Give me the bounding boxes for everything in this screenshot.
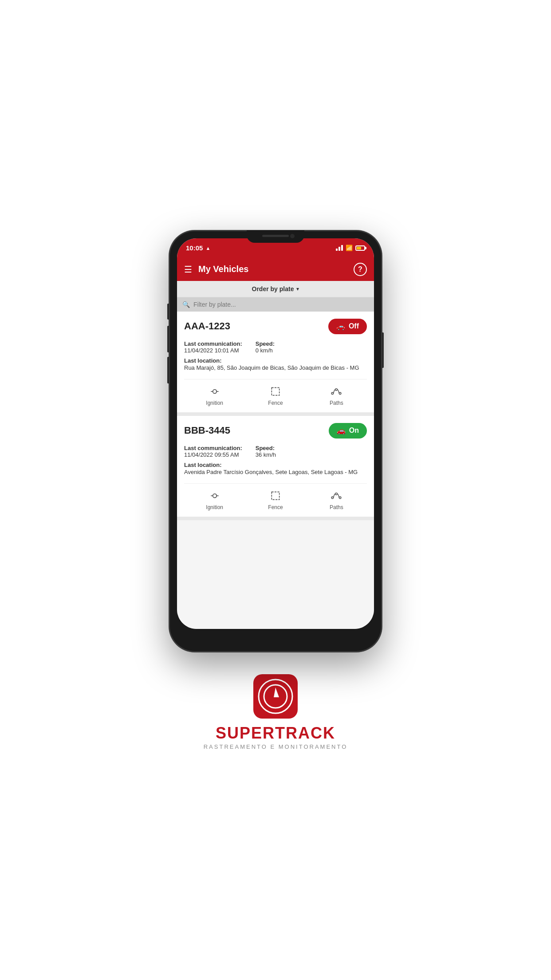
info-row-2: Last communication: 11/04/2022 09:55 AM …	[184, 445, 367, 458]
battery-icon	[355, 245, 365, 251]
card-header-2: BBB-3445 🚗 On	[184, 423, 367, 439]
bar2	[338, 247, 340, 251]
svg-rect-3	[272, 387, 279, 395]
location-arrow-icon: ▲	[205, 245, 210, 251]
svg-point-12	[335, 493, 337, 494]
help-button[interactable]: ?	[354, 263, 367, 276]
plate-number-1: AAA-1223	[184, 320, 230, 332]
location-label-2: Last location:	[184, 462, 367, 468]
sort-label: Order by plate	[252, 285, 294, 292]
notch-speaker	[262, 235, 289, 237]
fence-label-2: Fence	[268, 504, 283, 510]
sort-bar[interactable]: Order by plate ▾	[177, 281, 374, 297]
speed-block-2: Speed: 36 km/h	[256, 445, 276, 458]
paths-label-2: Paths	[330, 504, 343, 510]
location-label-1: Last location:	[184, 357, 367, 364]
search-input[interactable]	[193, 301, 369, 308]
header-title: My Vehicles	[198, 264, 354, 274]
search-bar: 🔍	[177, 297, 374, 312]
info-row-1: Last communication: 11/04/2022 10:01 AM …	[184, 340, 367, 354]
speed-value-2: 36 km/h	[256, 451, 276, 458]
svg-point-6	[339, 392, 341, 394]
fence-icon-2	[270, 490, 281, 502]
location-block-2: Last location: Avenida Padre Tarcísio Go…	[184, 462, 367, 476]
app-header: ☰ My Vehicles ?	[177, 258, 374, 281]
paths-label-1: Paths	[330, 400, 343, 406]
ignition-button-2[interactable]: Ignition	[199, 490, 230, 510]
last-comm-label-1: Last communication:	[184, 340, 242, 347]
vehicle-card-2: BBB-3445 🚗 On Last communication: 11/04/…	[177, 416, 374, 520]
paths-icon-1	[331, 386, 342, 397]
location-value-2: Avenida Padre Tarcísio Gonçalves, Sete L…	[184, 468, 367, 476]
side-btn-power	[382, 332, 384, 368]
side-btn-vol-down	[167, 357, 169, 383]
ignition-label-1: Ignition	[206, 400, 223, 406]
ignition-label-2: Ignition	[206, 504, 223, 510]
svg-point-4	[331, 392, 333, 394]
signal-icon	[336, 245, 343, 251]
status-icons: 📶	[336, 245, 365, 251]
status-badge-1: 🚗 Off	[328, 319, 367, 334]
ignition-icon-1	[209, 386, 220, 397]
status-badge-2: 🚗 On	[329, 423, 367, 439]
search-icon: 🔍	[182, 301, 190, 308]
svg-point-7	[213, 494, 216, 498]
last-comm-block-1: Last communication: 11/04/2022 10:01 AM	[184, 340, 242, 354]
last-comm-value-2: 11/04/2022 09:55 AM	[184, 451, 242, 458]
app-content: Order by plate ▾ 🔍 AAA-1223 🚗 Off	[177, 281, 374, 629]
svg-point-0	[213, 389, 216, 393]
speed-label-1: Speed:	[256, 340, 275, 347]
svg-point-11	[331, 497, 333, 498]
vehicle-card-1: AAA-1223 🚗 Off Last communication: 11/04…	[177, 312, 374, 416]
status-text-1: Off	[349, 322, 359, 330]
car-icon-2: 🚗	[337, 427, 346, 435]
hamburger-menu-button[interactable]: ☰	[184, 264, 192, 275]
action-row-2: Ignition Fence	[184, 483, 367, 517]
side-btn-vol-up	[167, 326, 169, 352]
time-display: 10:05	[186, 244, 203, 252]
paths-button-1[interactable]: Paths	[321, 386, 352, 406]
speed-block-1: Speed: 0 km/h	[256, 340, 275, 354]
notch	[247, 230, 304, 243]
paths-icon-2	[331, 490, 342, 502]
status-text-2: On	[349, 427, 359, 435]
page-wrapper: 10:05 ▲ 📶 ☰ My Veh	[0, 0, 551, 980]
fence-button-1[interactable]: Fence	[260, 386, 291, 406]
brand-logo	[253, 674, 298, 719]
status-time: 10:05 ▲	[186, 244, 210, 252]
ignition-icon-2	[209, 490, 220, 502]
speed-value-1: 0 km/h	[256, 347, 275, 354]
svg-rect-10	[272, 492, 279, 499]
bar1	[336, 249, 338, 251]
location-value-1: Rua Marajó, 85, São Joaquim de Bicas, Sã…	[184, 364, 367, 372]
fence-icon-1	[270, 386, 281, 397]
wifi-icon: 📶	[346, 245, 353, 251]
brand-section: SUPERTRACK RASTREAMENTO E MONITORAMENTO	[204, 674, 348, 750]
plate-number-2: BBB-3445	[184, 425, 230, 436]
last-comm-label-2: Last communication:	[184, 445, 242, 451]
action-row-1: Ignition Fence	[184, 379, 367, 412]
battery-fill	[357, 247, 361, 249]
speed-label-2: Speed:	[256, 445, 276, 451]
chevron-down-icon: ▾	[296, 286, 299, 292]
brand-subtitle: RASTREAMENTO E MONITORAMENTO	[204, 743, 348, 750]
side-btn-mute	[167, 304, 169, 320]
ignition-button-1[interactable]: Ignition	[199, 386, 230, 406]
notch-camera	[290, 234, 295, 238]
brand-name-part1: SUPER	[216, 724, 275, 742]
last-comm-value-1: 11/04/2022 10:01 AM	[184, 347, 242, 354]
car-icon-1: 🚗	[336, 322, 345, 331]
paths-button-2[interactable]: Paths	[321, 490, 352, 510]
location-block-1: Last location: Rua Marajó, 85, São Joaqu…	[184, 357, 367, 372]
brand-name: SUPERTRACK	[216, 724, 335, 743]
svg-point-5	[335, 388, 337, 390]
fence-button-2[interactable]: Fence	[260, 490, 291, 510]
screen: 10:05 ▲ 📶 ☰ My Veh	[177, 238, 374, 629]
bar3	[341, 245, 343, 251]
fence-label-1: Fence	[268, 400, 283, 406]
card-header-1: AAA-1223 🚗 Off	[184, 319, 367, 334]
last-comm-block-2: Last communication: 11/04/2022 09:55 AM	[184, 445, 242, 458]
brand-name-part2: TRACK	[275, 724, 335, 742]
phone-shell: 10:05 ▲ 📶 ☰ My Veh	[169, 230, 382, 652]
svg-point-13	[339, 497, 341, 498]
